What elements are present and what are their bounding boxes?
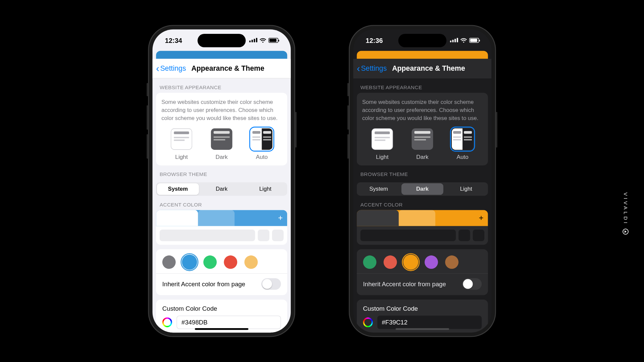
custom-color-card: Custom Color Code #F39C12	[357, 300, 488, 333]
accent-swatch[interactable]	[203, 256, 217, 269]
home-indicator	[195, 328, 249, 330]
theme-option-system[interactable]: System	[157, 183, 199, 195]
inherit-accent-label: Inherit Accent color from page	[363, 281, 446, 288]
preview-address-bar	[160, 230, 255, 241]
section-website-appearance: WEBSITE APPEARANCE	[153, 78, 291, 93]
preview-tab	[399, 210, 435, 226]
preview-button	[272, 230, 284, 241]
accent-swatch[interactable]	[162, 256, 176, 269]
custom-color-input[interactable]: #F39C12	[377, 316, 482, 329]
scheme-label: Dark	[416, 154, 429, 160]
preview-button	[473, 230, 485, 241]
nav-bar: ‹ Settings Appearance & Theme	[153, 59, 291, 79]
accent-swatch-card: Inherit Accent color from page	[357, 249, 488, 295]
website-appearance-card: Some websites customize their color sche…	[156, 93, 287, 166]
accent-swatch[interactable]	[404, 256, 418, 269]
inherit-accent-toggle[interactable]	[462, 278, 482, 290]
custom-color-title: Custom Color Code	[363, 305, 482, 312]
browser-theme-segment: System Dark Light	[156, 182, 287, 196]
accent-swatch[interactable]	[384, 256, 397, 269]
nav-bar: ‹ Settings Appearance & Theme	[353, 59, 491, 79]
theme-option-dark[interactable]: Dark	[201, 183, 243, 195]
accent-preview: +	[357, 210, 488, 245]
accent-swatch[interactable]	[183, 256, 196, 269]
preview-button	[258, 230, 269, 241]
back-button[interactable]: ‹ Settings	[357, 64, 387, 73]
plus-icon[interactable]: +	[479, 214, 483, 223]
wifi-icon	[460, 38, 467, 43]
preview-tab	[198, 210, 234, 226]
scheme-option-dark[interactable]: Dark	[211, 129, 232, 160]
scheme-option-dark[interactable]: Dark	[412, 129, 433, 160]
battery-icon	[268, 38, 278, 43]
section-browser-theme: BROWSER THEME	[353, 166, 491, 180]
scheme-option-auto[interactable]: Auto	[452, 129, 473, 160]
color-picker-icon[interactable]	[162, 317, 172, 327]
scheme-label: Light	[175, 154, 188, 160]
section-accent-color: ACCENT COLOR	[153, 196, 291, 210]
color-picker-icon[interactable]	[363, 317, 373, 327]
accent-preview: +	[156, 210, 287, 245]
preview-address-bar	[360, 230, 456, 241]
scheme-option-auto[interactable]: Auto	[251, 129, 273, 160]
accent-strip	[156, 51, 287, 59]
accent-swatch-card: Inherit Accent color from page	[156, 249, 287, 295]
inherit-accent-label: Inherit Accent color from page	[162, 281, 245, 288]
section-browser-theme: BROWSER THEME	[153, 166, 291, 180]
scheme-label: Light	[376, 154, 389, 160]
home-indicator	[395, 328, 449, 330]
accent-strip	[357, 51, 488, 59]
accent-swatch[interactable]	[224, 256, 237, 269]
section-accent-color: ACCENT COLOR	[353, 196, 491, 210]
scheme-option-light[interactable]: Light	[372, 129, 393, 160]
theme-option-light[interactable]: Light	[245, 183, 286, 195]
dynamic-island	[198, 34, 246, 47]
scheme-label: Dark	[215, 154, 228, 160]
brand-watermark: VIVALDI	[623, 192, 629, 235]
status-time: 12:34	[165, 36, 182, 44]
custom-color-title: Custom Color Code	[162, 305, 281, 312]
page-title: Appearance & Theme	[191, 64, 264, 72]
theme-option-dark[interactable]: Dark	[401, 183, 443, 195]
accent-swatch[interactable]	[445, 256, 459, 269]
theme-option-system[interactable]: System	[358, 183, 399, 195]
battery-icon	[469, 38, 479, 43]
wifi-icon	[260, 38, 266, 43]
accent-swatch[interactable]	[363, 256, 376, 269]
browser-theme-segment: System Dark Light	[357, 182, 488, 196]
dynamic-island	[398, 34, 446, 47]
cellular-icon	[450, 38, 458, 42]
accent-swatch[interactable]	[425, 256, 438, 269]
chevron-left-icon: ‹	[156, 64, 159, 73]
scheme-label: Auto	[256, 154, 268, 160]
plus-icon[interactable]: +	[278, 214, 283, 223]
inherit-accent-toggle[interactable]	[261, 278, 281, 290]
preview-tab-active	[156, 210, 198, 226]
scheme-option-light[interactable]: Light	[171, 129, 192, 160]
preview-tab-active	[357, 210, 399, 226]
vivaldi-logo-icon	[623, 229, 629, 235]
cellular-icon	[249, 38, 257, 42]
theme-option-light[interactable]: Light	[445, 183, 487, 195]
status-time: 12:36	[366, 36, 383, 44]
back-button[interactable]: ‹ Settings	[156, 64, 186, 73]
chevron-left-icon: ‹	[357, 64, 360, 73]
section-website-appearance: WEBSITE APPEARANCE	[353, 78, 491, 93]
page-title: Appearance & Theme	[392, 65, 465, 73]
website-appearance-card: Some websites customize their color sche…	[357, 93, 488, 166]
preview-button	[459, 230, 470, 241]
custom-color-input[interactable]: #3498DB	[176, 316, 281, 329]
scheme-label: Auto	[457, 154, 469, 160]
custom-color-card: Custom Color Code #3498DB	[156, 300, 287, 333]
accent-swatch[interactable]	[245, 256, 258, 269]
